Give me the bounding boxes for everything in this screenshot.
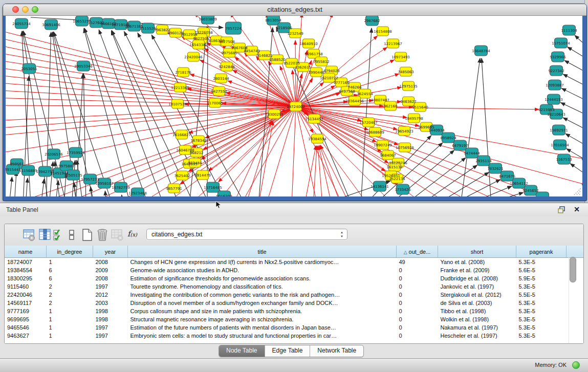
- citation-edge-red[interactable]: [215, 106, 296, 196]
- citation-edge-red[interactable]: [6, 106, 296, 128]
- table-cell[interactable]: 5.5E-5: [516, 291, 567, 299]
- table-row[interactable]: 946362711997Embryonic stem cells: a mode…: [5, 332, 583, 340]
- tab-network-table[interactable]: Network Table: [310, 345, 363, 357]
- table-cell[interactable]: 5.9E-5: [516, 274, 567, 282]
- citation-edge-black[interactable]: [570, 164, 582, 174]
- table-row[interactable]: 1938455462009Genome-wide association stu…: [5, 266, 583, 274]
- table-cell[interactable]: 18724007: [5, 258, 47, 267]
- column-header-title[interactable]: title: [128, 246, 397, 258]
- column-header-out-de-[interactable]: △out_de...: [397, 246, 438, 258]
- window-titlebar[interactable]: citations_edges.txt: [3, 4, 586, 16]
- citation-edge-black[interactable]: [575, 35, 582, 46]
- table-row[interactable]: 969969511998Structural magnetic resonanc…: [5, 315, 583, 323]
- table-cell[interactable]: 6: [47, 274, 93, 282]
- column-header-year[interactable]: year: [93, 246, 128, 258]
- table-cell[interactable]: 1997: [93, 323, 128, 332]
- table-cell[interactable]: 5.3E-5: [516, 323, 567, 332]
- table-cell[interactable]: 14569117: [5, 299, 47, 307]
- table-cell[interactable]: 1: [47, 332, 93, 340]
- column-header-in-degree[interactable]: in_degree: [47, 246, 93, 258]
- row-height-icon[interactable]: [65, 228, 78, 242]
- citation-edge-red[interactable]: [113, 106, 296, 196]
- table-cell[interactable]: Franke et al. (2009): [438, 266, 516, 274]
- table-row[interactable]: 1872400712008Changes of HCN gene express…: [5, 258, 583, 267]
- table-cell[interactable]: 0: [397, 274, 438, 282]
- table-cell[interactable]: 5.3E-5: [516, 332, 567, 340]
- close-panel-icon[interactable]: ✕: [574, 205, 580, 213]
- citation-edge-black[interactable]: [466, 186, 512, 196]
- table-cell[interactable]: Embryonic stem cells: a model to study s…: [128, 332, 397, 340]
- table-cell[interactable]: 9465546: [5, 323, 47, 332]
- citation-edge-red[interactable]: [318, 146, 322, 196]
- table-cell[interactable]: Corpus callosum shape and size in male p…: [128, 307, 397, 315]
- citation-edge-black[interactable]: [14, 171, 16, 196]
- select-rows-icon[interactable]: [52, 228, 66, 242]
- citation-edge-black[interactable]: [23, 76, 29, 196]
- table-cell[interactable]: de Silva et al. (2003): [438, 299, 516, 307]
- scrollbar-thumb[interactable]: [570, 257, 576, 282]
- table-cell[interactable]: 2012: [93, 291, 128, 299]
- table-cell[interactable]: 5.3E-5: [516, 299, 567, 307]
- window-resize-grip[interactable]: [572, 186, 581, 195]
- citation-edge-black[interactable]: [461, 58, 480, 196]
- table-cell[interactable]: 9699695: [5, 315, 47, 323]
- table-cell[interactable]: 1: [47, 315, 93, 323]
- table-cell[interactable]: 0: [397, 332, 438, 340]
- citation-edge-black[interactable]: [105, 191, 106, 196]
- column-header-name[interactable]: name: [5, 246, 47, 258]
- table-selector-dropdown[interactable]: citations_edges.txt ▲▼: [146, 229, 347, 240]
- citation-edge-red[interactable]: [292, 106, 296, 196]
- table-cell[interactable]: 1998: [93, 307, 128, 315]
- table-cell[interactable]: 0: [397, 315, 438, 323]
- table-cell[interactable]: 1997: [93, 282, 128, 291]
- table-cell[interactable]: 0: [397, 266, 438, 274]
- table-cell[interactable]: 2008: [93, 258, 128, 267]
- table-settings-icon[interactable]: [23, 228, 36, 242]
- table-cell[interactable]: 5.3E-5: [516, 282, 567, 291]
- table-cell[interactable]: 0: [397, 299, 438, 307]
- citation-edge-black[interactable]: [122, 195, 123, 196]
- table-row[interactable]: 1830029562008Estimation of significance …: [5, 274, 583, 282]
- table-cell[interactable]: 9463627: [5, 332, 47, 340]
- table-cell[interactable]: 5.6E-5: [516, 266, 567, 274]
- table-cell[interactable]: 18300295: [5, 274, 47, 282]
- table-cell[interactable]: Estimation of the future numbers of pati…: [128, 323, 397, 332]
- table-cell[interactable]: 0: [397, 307, 438, 315]
- table-cell[interactable]: 22420046: [5, 291, 47, 299]
- table-cell[interactable]: 1998: [93, 315, 128, 323]
- table-cell[interactable]: Yano et al. (2008): [438, 258, 516, 267]
- table-cell[interactable]: 2009: [93, 266, 128, 274]
- table-cell[interactable]: 1: [47, 323, 93, 332]
- table-cell[interactable]: Wolkin et al. (1998): [438, 315, 516, 323]
- table-cell[interactable]: Jankovic et al. (1997): [438, 282, 516, 291]
- table-cell[interactable]: 2: [47, 291, 93, 299]
- citation-edge-red[interactable]: [6, 106, 296, 121]
- table-row[interactable]: 2242004622012Investigating the contribut…: [5, 291, 583, 299]
- table-cell[interactable]: 5.3E-5: [516, 258, 567, 267]
- table-cell[interactable]: 6: [47, 266, 93, 274]
- table-cell[interactable]: 0: [397, 282, 438, 291]
- table-cell[interactable]: Disruption of a novel member of a sodium…: [128, 299, 397, 307]
- tab-node-table[interactable]: Node Table: [219, 345, 265, 357]
- table-cell[interactable]: Hescheler et al. (1997): [438, 332, 516, 340]
- table-cell[interactable]: 0: [397, 291, 438, 299]
- citation-edge-black[interactable]: [9, 177, 12, 196]
- citation-edge-black[interactable]: [568, 47, 582, 58]
- table-cell[interactable]: 9777169: [5, 307, 47, 315]
- column-header-short[interactable]: short: [438, 246, 516, 258]
- table-row[interactable]: 977716911998Corpus callosum shape and si…: [5, 307, 583, 315]
- table-cell[interactable]: Structural magnetic resonance image aver…: [128, 315, 397, 323]
- table-row[interactable]: 946554611997Estimation of the future num…: [5, 323, 583, 332]
- table-cell[interactable]: Investigating the contribution of common…: [128, 291, 397, 299]
- table-cell[interactable]: Genome-wide association studies in ADHD.: [128, 266, 397, 274]
- table-cell[interactable]: Changes of HCN gene expression and I(f) …: [128, 258, 397, 267]
- table-cell[interactable]: 2: [47, 282, 93, 291]
- tab-edge-table[interactable]: Edge Table: [265, 345, 310, 357]
- table-cell[interactable]: 9115460: [5, 282, 47, 291]
- citation-edge-black[interactable]: [84, 28, 148, 196]
- citation-edge-red[interactable]: [241, 106, 296, 196]
- table-cell[interactable]: 19384554: [5, 266, 47, 274]
- table-cell[interactable]: 1: [47, 307, 93, 315]
- table-cell[interactable]: Stergiakouli et al. (2012): [438, 291, 516, 299]
- citation-edge-black[interactable]: [361, 28, 372, 196]
